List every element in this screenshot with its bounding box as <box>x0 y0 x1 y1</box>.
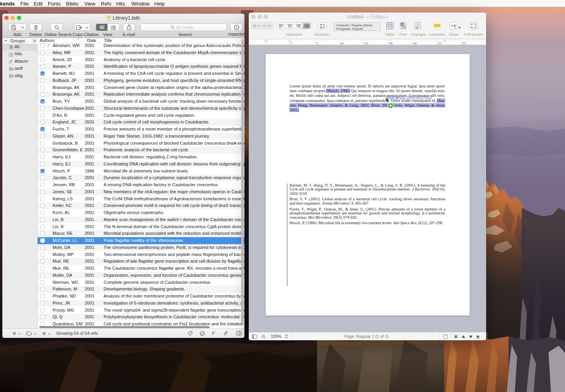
svg-text:72: 72 <box>315 42 318 45</box>
svg-text:288: 288 <box>388 42 393 45</box>
svg-text:216: 216 <box>364 42 368 45</box>
svg-text:360: 360 <box>413 42 417 45</box>
svg-text:¶: ¶ <box>454 23 456 29</box>
svg-text:432: 432 <box>437 42 441 45</box>
svg-text:0: 0 <box>291 42 292 45</box>
svg-text:144: 144 <box>339 42 344 45</box>
svg-text:504: 504 <box>462 42 466 45</box>
